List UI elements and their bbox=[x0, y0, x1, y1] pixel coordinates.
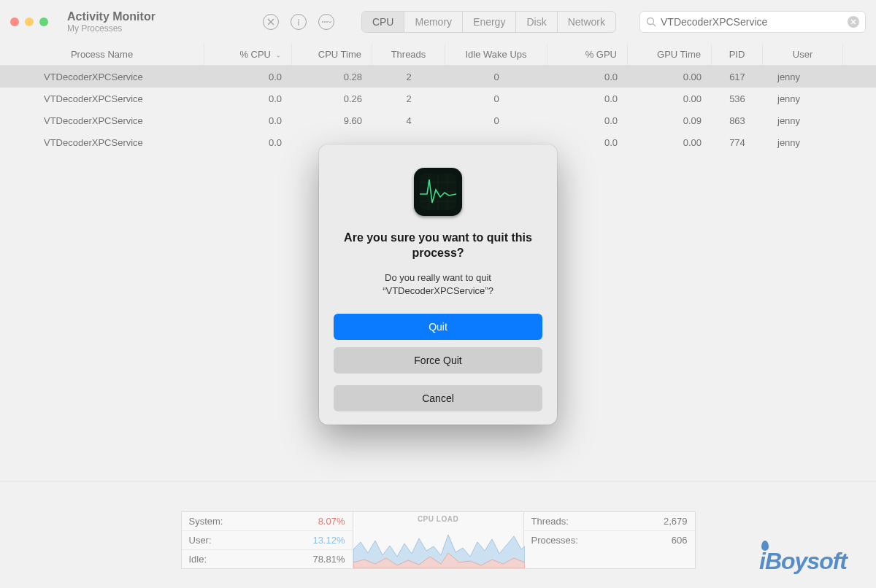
cancel-button[interactable]: Cancel bbox=[334, 385, 542, 411]
quit-confirm-dialog: Are you sure you want to quit this proce… bbox=[319, 144, 557, 425]
quit-button[interactable]: Quit bbox=[334, 314, 542, 340]
modal-backdrop: Are you sure you want to quit this proce… bbox=[0, 0, 876, 588]
dialog-title: Are you sure you want to quit this proce… bbox=[334, 231, 542, 261]
activity-monitor-icon bbox=[414, 168, 462, 216]
dialog-message: Do you really want to quit “VTDecoderXPC… bbox=[334, 271, 542, 298]
force-quit-button[interactable]: Force Quit bbox=[334, 347, 542, 374]
